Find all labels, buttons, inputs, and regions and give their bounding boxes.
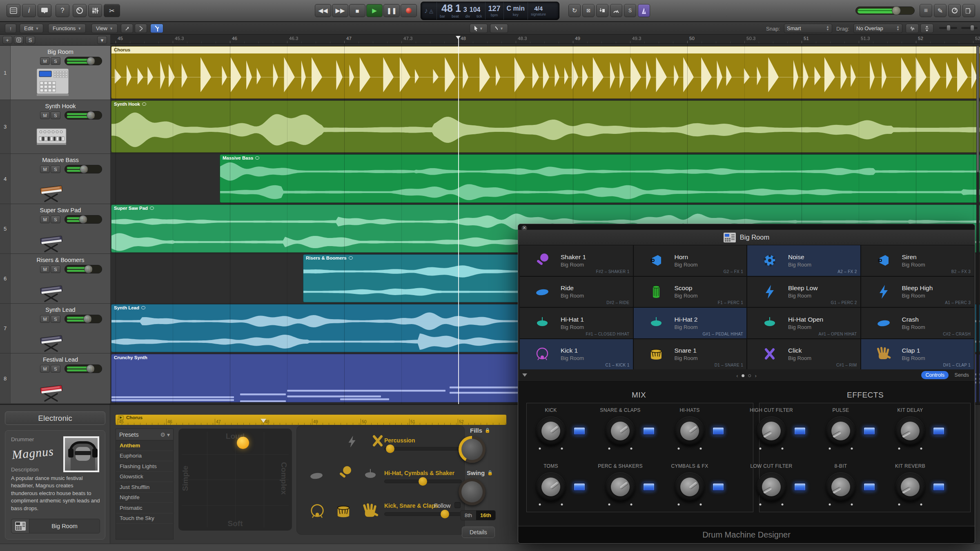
add-track-button[interactable]: + [2,36,12,44]
library-icon[interactable] [7,4,20,17]
details-button[interactable]: Details [462,527,495,538]
lcd-key[interactable]: C min key [504,2,528,20]
tab-sends[interactable]: Sends [955,372,969,378]
preset-item-euphoria[interactable]: Euphoria [116,451,173,462]
knob-led-button[interactable] [794,427,806,435]
lcd-position[interactable]: 48 1 3 104 bar beat div tick [437,2,486,20]
track-volume-thumb[interactable] [79,215,87,224]
mute-button[interactable]: M [40,265,50,273]
pad-snare-1[interactable]: Snare 1Big RoomD1 – SNARE 1 [634,339,747,370]
track-volume-thumb[interactable] [80,165,88,173]
drummer-xy-pad[interactable]: Loud Soft Simple Complex [178,429,292,531]
swing-rate-toggle[interactable]: 8th 16th [460,510,496,520]
solo-button[interactable]: S [51,216,60,223]
track-volume-slider[interactable] [65,57,102,65]
perc-sticks-icon[interactable] [370,433,386,451]
perc-lightning-icon[interactable] [345,435,359,450]
track-lane[interactable]: Massive Bass [110,154,980,204]
region-massive-bass[interactable]: Massive Bass [220,154,980,203]
forward-button[interactable]: ▶▶ [332,4,348,17]
knob-led-button[interactable] [643,427,655,435]
smart-controls-icon[interactable] [73,4,87,17]
functions-menu[interactable]: Functions▼ [48,24,86,33]
track-volume-thumb[interactable] [86,364,95,373]
track-volume-slider[interactable] [65,315,102,323]
tab-controls[interactable]: Controls [921,371,949,379]
solo-button[interactable]: S [51,315,60,323]
pad-ride[interactable]: RideBig RoomD#2 – RIDE [520,277,633,307]
vertical-zoom-icon[interactable] [920,24,933,33]
track-volume-slider[interactable] [65,165,102,173]
region-chorus[interactable]: Chorus [111,46,980,99]
rewind-button[interactable]: ◀◀ [315,4,331,17]
track-volume-slider[interactable] [65,265,102,273]
page-dot-2[interactable] [748,374,751,377]
skip-cycle-icon[interactable]: ⊠ [582,4,595,17]
preset-item-anthem[interactable]: Anthem [116,440,173,451]
knob-cymbals-fx[interactable] [675,472,704,502]
apple-loops-icon[interactable] [948,4,961,17]
tuner-icon[interactable] [610,4,622,17]
follow-checkbox[interactable] [454,502,461,508]
knob-hi-hats[interactable] [675,416,704,446]
knob-led-button[interactable] [643,483,655,491]
knob-kit-delay[interactable] [895,416,925,446]
mute-button[interactable]: M [40,111,50,119]
lcd-mode-icons[interactable]: ♪◬ [421,2,437,20]
slider-thumb-2[interactable] [441,510,449,518]
pad-hi-hat-2[interactable]: Hi-Hat 2Big RoomG#1 – PEDAL HIHAT [634,308,747,338]
pad-bleep-high[interactable]: Bleep HighBig RoomA1 – PERC 3 [861,277,974,307]
knob-toms[interactable] [536,472,566,502]
cycle-icon[interactable]: ↻ [568,4,581,17]
mute-button[interactable]: M [40,57,50,65]
track-solo-mode-button[interactable]: S [25,36,35,44]
lcd-display[interactable]: ♪◬ 48 1 3 104 bar beat div tick 127 bpm … [421,2,559,20]
fills-knob[interactable] [459,436,486,463]
snap-select[interactable]: Smart▲▼ [784,24,832,33]
pad-scoop[interactable]: ScoopBig RoomF1 – PERC 1 [634,277,747,307]
automation-icon[interactable] [121,24,133,33]
duplicate-track-button[interactable] [14,36,24,44]
pointer-tool-menu[interactable]: ▼ [470,24,488,33]
track-header-synth-hook[interactable]: 3Synth HookMS [0,100,110,154]
master-volume-thumb[interactable] [892,6,901,15]
library-category-button[interactable]: Electronic [5,411,105,425]
knob-led-button[interactable] [573,483,586,491]
playhead-marker[interactable] [456,36,461,39]
page-dot-1[interactable] [742,374,745,377]
presets-gear-icon[interactable]: ⚙ ▾ [160,431,170,438]
track-volume-thumb[interactable] [87,111,95,120]
record-button[interactable] [401,4,417,17]
knob-led-button[interactable] [712,483,724,491]
knob-led-button[interactable] [933,427,945,435]
knob-snare-claps[interactable] [606,416,635,446]
xy-puck[interactable] [237,437,249,449]
preset-item-nightlife[interactable]: Nightlife [116,493,173,503]
perc-cymbal-icon[interactable] [308,467,325,485]
knob-led-button[interactable] [573,427,586,435]
view-menu[interactable]: View▼ [91,24,118,33]
inspector-icon[interactable]: i [22,4,36,17]
pad-click[interactable]: ClickBig RoomC#1 – RIM [747,339,860,370]
disclosure-triangle-icon[interactable] [522,373,527,377]
mixer-icon[interactable] [88,4,102,17]
h-zoom-slider[interactable] [939,27,957,29]
note-pads-icon[interactable]: ✎ [934,4,947,17]
pad-kick-1[interactable]: Kick 1Big RoomC1 – KICK 1 [520,339,633,370]
slider-thumb-1[interactable] [419,477,427,486]
perc-maraca-icon[interactable] [337,465,353,483]
knob-led-button[interactable] [712,427,724,435]
track-volume-slider[interactable] [65,364,102,373]
list-editors-icon[interactable]: ≡ [920,4,932,17]
drum-machine-designer-window[interactable]: ✕ Big Room Shaker 1Big RoomF#2 – SHAKER … [518,224,975,544]
drummer-ruler[interactable]: ▶Chorus 4546474849505152 [116,415,506,425]
drummer-playhead-marker[interactable] [261,419,266,423]
close-icon[interactable]: ✕ [521,225,527,231]
track-header-super-saw-pad[interactable]: 5Super Saw PadMS [0,204,110,254]
knob-pulse[interactable] [826,416,855,446]
pad-hi-hat-open[interactable]: Hi-Hat OpenBig RoomA#1 – OPEN HIHAT [747,308,860,338]
lcd-signature[interactable]: 4/4 signature [528,2,549,20]
knob-led-button[interactable] [933,483,945,491]
catch-playhead-icon[interactable]: ↑ [5,24,16,33]
dmd-titlebar[interactable]: ✕ [518,224,975,230]
